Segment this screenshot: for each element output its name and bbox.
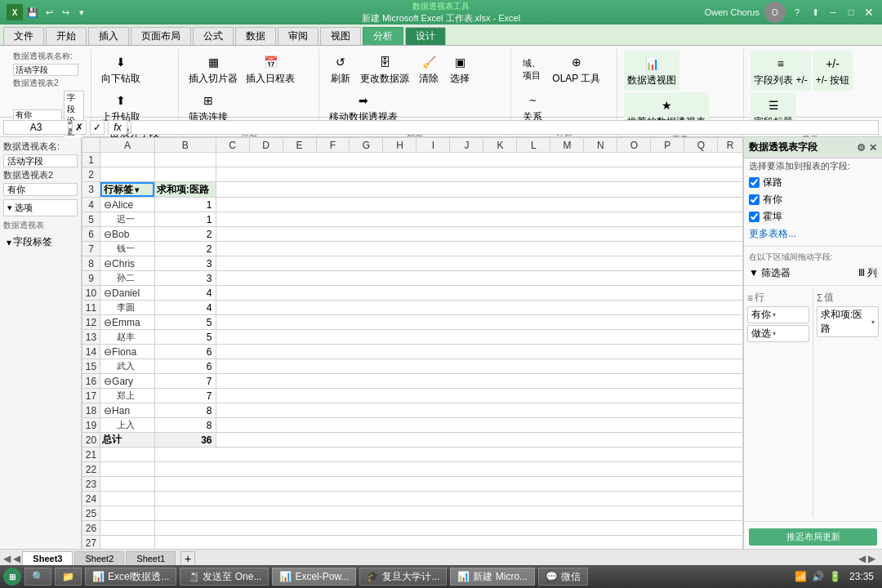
tab-home[interactable]: 开始 — [46, 27, 87, 45]
cell-a3[interactable]: 行标签 ▾ — [100, 182, 154, 197]
cell-a23[interactable] — [100, 477, 155, 492]
row-zone-tag-youni[interactable]: 有你 ▾ — [747, 306, 809, 323]
cell-b14[interactable]: 6 — [154, 345, 216, 359]
field-check-huobu[interactable] — [749, 212, 760, 222]
more-tables-link[interactable]: 更多表格... — [744, 225, 882, 243]
formula-confirm-btn[interactable]: ✓ — [90, 120, 105, 135]
cell-a10[interactable]: ⊖Daniel — [100, 286, 155, 301]
cell-a14[interactable]: ⊖Fiona — [100, 345, 155, 359]
cell-c14-rest[interactable] — [216, 345, 742, 359]
cell-a16[interactable]: ⊖Gary — [100, 374, 155, 389]
cell-c4-rest[interactable] — [216, 198, 742, 212]
cell-b16[interactable]: 7 — [154, 374, 216, 389]
cell-b19[interactable]: 8 — [154, 418, 216, 433]
col-header-k[interactable]: K — [483, 138, 517, 153]
col-header-l[interactable]: L — [517, 138, 550, 153]
sidebar-pivot-name[interactable] — [3, 154, 78, 167]
cell-b7[interactable]: 2 — [154, 242, 216, 256]
panel-settings-icon[interactable]: ⚙ — [857, 142, 866, 154]
pivot-chart-btn[interactable]: 📊 数据透视图 — [624, 51, 679, 91]
clear-btn[interactable]: 🧹 清除 — [414, 51, 443, 87]
formula-fx-btn[interactable]: fx — [108, 120, 127, 135]
tab-view[interactable]: 视图 — [320, 27, 361, 45]
cell-c1-rest[interactable] — [216, 153, 742, 167]
cell-b17[interactable]: 7 — [154, 389, 216, 403]
save-icon[interactable]: 💾 — [26, 6, 39, 19]
cell-b18[interactable]: 8 — [154, 403, 216, 418]
cell-c11-rest[interactable] — [216, 301, 742, 315]
tab-data[interactable]: 数据 — [235, 27, 276, 45]
battery-icon[interactable]: 🔋 — [829, 571, 841, 582]
col-header-h[interactable]: H — [383, 138, 416, 153]
sheet-tab-sheet3[interactable]: Sheet3 — [22, 551, 73, 565]
customize-icon[interactable]: ▾ — [75, 6, 88, 19]
cell-c18-rest[interactable] — [216, 403, 742, 418]
taskbar-excel-new[interactable]: 📊 新建 Micro... — [450, 568, 535, 586]
sheet-area[interactable]: A B C D E F G H I J K L M N O — [82, 137, 743, 549]
fields-items-btn[interactable]: 域、项目 — [518, 58, 547, 81]
col-header-e[interactable]: E — [283, 138, 316, 153]
olap-tools-btn[interactable]: ⊕ OLAP 工具 — [549, 51, 604, 87]
cell-a11[interactable]: 李圆 — [100, 301, 155, 315]
col-header-g[interactable]: G — [350, 138, 383, 153]
close-icon[interactable]: ✕ — [862, 6, 875, 19]
update-layout-btn[interactable]: 推迟布局更新 — [749, 528, 877, 546]
col-header-c[interactable]: C — [216, 138, 249, 153]
sheet-add-btn[interactable]: + — [180, 551, 195, 566]
formula-cancel-btn[interactable]: ✗ — [72, 120, 87, 135]
cell-a15[interactable]: 武入 — [100, 359, 155, 374]
sidebar-active-field[interactable] — [3, 183, 78, 196]
plus-minus-btn[interactable]: +/- +/- 按钮 — [813, 51, 853, 91]
cell-a7[interactable]: 钱一 — [100, 242, 155, 256]
volume-icon[interactable]: 🔊 — [812, 571, 824, 582]
sheet-tab-sheet2[interactable]: Sheet2 — [74, 551, 124, 565]
cell-a4[interactable]: ⊖Alice — [100, 198, 155, 212]
minimize-icon[interactable]: ─ — [826, 6, 840, 19]
col-header-m[interactable]: M — [550, 138, 584, 153]
sidebar-section1[interactable]: ▾ 字段标签 — [3, 234, 78, 250]
insert-timeline-btn[interactable]: 📅 插入日程表 — [243, 51, 298, 87]
cell-c5-rest[interactable] — [216, 212, 742, 227]
cell-c10-rest[interactable] — [216, 286, 742, 301]
field-check-baolu[interactable] — [749, 177, 760, 188]
col-header-i[interactable]: I — [416, 138, 450, 153]
cell-a6[interactable]: ⊖Bob — [100, 227, 155, 242]
col-header-q[interactable]: Q — [684, 138, 718, 153]
field-checkbox-huobu[interactable]: 霍埠 — [744, 208, 882, 225]
insert-slicer-btn[interactable]: ▦ 插入切片器 — [185, 51, 241, 87]
cell-b3[interactable]: 求和项:医路 — [154, 182, 216, 198]
tab-review[interactable]: 审阅 — [278, 27, 318, 45]
cell-a18[interactable]: ⊖Han — [100, 403, 155, 418]
field-list-btn[interactable]: ≡ 字段列表 +/- — [751, 51, 811, 91]
cell-b1[interactable] — [154, 153, 216, 167]
tab-design[interactable]: 设计 — [405, 27, 446, 45]
cell-a5[interactable]: 迟一 — [100, 212, 155, 227]
col-header-o[interactable]: O — [617, 138, 651, 153]
col-header-p[interactable]: P — [651, 138, 684, 153]
cell-a20[interactable]: 总计 — [100, 433, 155, 448]
maximize-icon[interactable]: □ — [844, 6, 858, 19]
tab-file[interactable]: 文件 — [3, 27, 44, 45]
row-zuoxuan-arrow[interactable]: ▾ — [773, 330, 776, 337]
cell-b10[interactable]: 4 — [154, 286, 216, 301]
select-btn[interactable]: ▣ 选择 — [445, 51, 474, 87]
cell-c3-rest[interactable] — [216, 182, 742, 198]
cell-b4[interactable]: 1 — [154, 198, 216, 212]
field-checkbox-baolu[interactable]: 保路 — [744, 174, 882, 191]
ribbon-toggle-icon[interactable]: ⬆ — [808, 6, 822, 19]
cell-c19-rest[interactable] — [216, 418, 742, 433]
taskbar-fudan[interactable]: 🎓 复旦大学计... — [359, 568, 447, 586]
cell-a8[interactable]: ⊖Chris — [100, 256, 155, 271]
help-icon[interactable]: ? — [791, 6, 804, 19]
cell-c17-rest[interactable] — [216, 389, 742, 403]
taskbar-file-explorer[interactable]: 📁 — [55, 568, 82, 586]
cell-c7-rest[interactable] — [216, 242, 742, 256]
redo-icon[interactable]: ↪ — [59, 6, 72, 19]
cell-c15-rest[interactable] — [216, 359, 742, 374]
cell-c16-rest[interactable] — [216, 374, 742, 389]
taskbar-wechat[interactable]: 💬 微信 — [538, 568, 588, 586]
cell-b6[interactable]: 2 — [154, 227, 216, 242]
cell-a25[interactable] — [100, 506, 155, 521]
tab-formula[interactable]: 公式 — [193, 27, 234, 45]
cell-c20-rest[interactable] — [216, 433, 742, 448]
